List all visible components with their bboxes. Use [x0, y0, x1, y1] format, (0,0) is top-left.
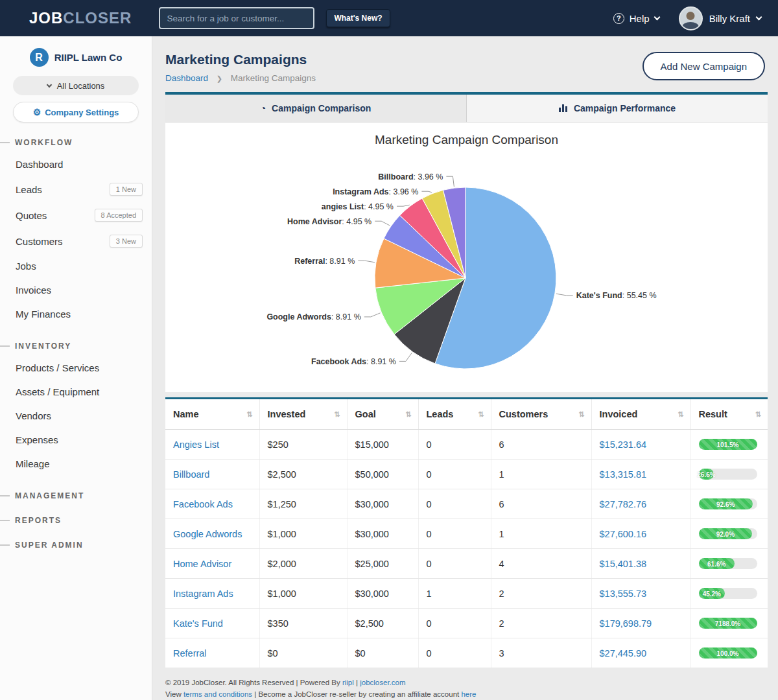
sidebar-section-label: SUPER ADMIN: [15, 541, 84, 550]
cell-result: 101.5%: [690, 430, 768, 460]
campaign-link[interactable]: Instagram Ads: [173, 589, 233, 599]
avatar[interactable]: [679, 6, 703, 30]
page-header: Marketing Campaigns Dashboard ❯ Marketin…: [152, 36, 778, 92]
cell-name: Kate's Fund: [165, 609, 259, 638]
tab-campaign-comparison[interactable]: ◔ Campaign Comparison: [165, 95, 466, 122]
cell-customers: 1: [491, 519, 591, 549]
sidebar-item-customers[interactable]: Customers3 New: [0, 228, 152, 254]
footer-line1: © 2019 JobCloser. All Rights Reserved | …: [165, 677, 768, 689]
campaign-link[interactable]: Kate's Fund: [173, 618, 223, 629]
campaign-link[interactable]: Google Adwords: [173, 529, 242, 539]
sidebar-item-leads[interactable]: Leads1 New: [0, 176, 152, 202]
campaign-link[interactable]: Billboard: [173, 469, 209, 480]
column-header-invoiced[interactable]: Invoiced⇅: [591, 399, 690, 430]
result-percentage: 92.6%: [716, 500, 735, 508]
invoiced-link[interactable]: $13,315.81: [600, 469, 647, 480]
company-settings-button[interactable]: ⚙ Company Settings: [13, 102, 139, 122]
invoiced-link[interactable]: $27,782.76: [600, 499, 647, 509]
tab-campaign-performance[interactable]: Campaign Performance: [466, 95, 768, 122]
company-header[interactable]: R RIIPL Lawn Co: [0, 48, 152, 67]
cell-invested: $2,000: [259, 549, 347, 579]
content-area: ◔ Campaign Comparison Campaign Performan…: [152, 92, 778, 700]
result-progress-fill: 61.6%: [699, 558, 735, 569]
cell-goal: $2,500: [347, 609, 418, 638]
invoiced-link[interactable]: $27,600.16: [600, 529, 647, 539]
column-header-leads[interactable]: Leads⇅: [418, 399, 491, 430]
sort-icon[interactable]: ⇅: [478, 410, 484, 419]
pie-label-connector: [397, 205, 410, 206]
campaign-link[interactable]: Referral: [173, 648, 207, 659]
sort-icon[interactable]: ⇅: [405, 410, 411, 419]
add-new-campaign-button[interactable]: Add New Campaign: [642, 52, 765, 80]
sidebar-item-label: Jobs: [16, 261, 36, 272]
invoiced-link[interactable]: $15,401.38: [600, 559, 647, 569]
sidebar-item-dashboard[interactable]: Dashboard: [0, 152, 152, 176]
result-progress-fill: 92.6%: [699, 498, 753, 509]
sort-icon[interactable]: ⇅: [334, 410, 340, 419]
result-progress-fill: 100.0%: [699, 648, 757, 659]
cell-invoiced: $13,315.81: [591, 460, 690, 489]
cell-customers: 1: [491, 460, 591, 489]
column-header-invested[interactable]: Invested⇅: [259, 399, 347, 430]
invoiced-link[interactable]: $13,555.73: [600, 589, 647, 599]
invoiced-link[interactable]: $27,445.90: [600, 648, 647, 659]
whats-new-button[interactable]: What's New?: [326, 9, 390, 27]
sidebar-item-assets-equipment[interactable]: Assets / Equipment: [0, 380, 152, 404]
result-percentage: 7188.0%: [715, 620, 740, 627]
sidebar-item-my-finances[interactable]: My Finances: [0, 302, 152, 326]
column-header-name[interactable]: Name⇅: [165, 399, 259, 430]
cell-result: 7188.0%: [690, 609, 768, 638]
locations-label: All Locations: [57, 81, 105, 91]
sort-icon[interactable]: ⇅: [246, 410, 252, 419]
sidebar-item-expenses[interactable]: Expenses: [0, 428, 152, 452]
column-header-goal[interactable]: Goal⇅: [347, 399, 418, 430]
column-header-result[interactable]: Result⇅: [690, 399, 768, 430]
search-input[interactable]: [159, 7, 314, 29]
sidebar-item-mileage[interactable]: Mileage: [0, 452, 152, 476]
result-progress-fill: 92.0%: [699, 528, 753, 539]
result-progress-track: 92.0%: [699, 528, 757, 539]
cell-invoiced: $13,555.73: [591, 579, 690, 609]
app-logo[interactable]: JOBCLOSER: [29, 9, 132, 27]
cell-invoiced: $179,698.79: [591, 609, 690, 638]
company-settings-label: Company Settings: [45, 108, 119, 117]
terms-link[interactable]: terms and conditions: [183, 690, 252, 698]
campaign-link[interactable]: Angies List: [173, 439, 219, 450]
campaign-link[interactable]: Home Advisor: [173, 559, 231, 569]
invoiced-link[interactable]: $15,231.64: [600, 439, 647, 450]
cell-result: 92.0%: [690, 519, 768, 549]
sidebar-item-label: Quotes: [16, 210, 47, 221]
table-row-google-adwords: Google Adwords$1,000$30,00001$27,600.169…: [165, 519, 768, 549]
locations-dropdown[interactable]: All Locations: [13, 76, 139, 95]
campaign-link[interactable]: Facebook Ads: [173, 499, 233, 509]
jobcloser-link[interactable]: jobcloser.com: [360, 679, 405, 686]
sidebar-section-label: WORKFLOW: [15, 138, 73, 147]
sort-icon[interactable]: ⇅: [578, 410, 584, 419]
navbar-right: ? Help Billy Kraft: [613, 6, 761, 30]
affiliate-link[interactable]: here: [461, 690, 476, 698]
invoiced-link[interactable]: $179,698.79: [600, 618, 652, 629]
chevron-down-icon: [756, 14, 762, 20]
sidebar-item-badge: 8 Accepted: [95, 209, 143, 222]
cell-result: 45.2%: [690, 579, 768, 609]
riipl-link[interactable]: riipl: [342, 679, 354, 686]
sort-icon[interactable]: ⇅: [678, 410, 683, 419]
breadcrumb-dashboard-link[interactable]: Dashboard: [165, 73, 208, 83]
cell-invested: $0: [259, 638, 347, 668]
cell-invested: $1,250: [259, 489, 347, 519]
user-menu[interactable]: Billy Kraft: [709, 13, 761, 24]
cell-result: 100.0%: [690, 638, 768, 668]
sidebar-item-products-services[interactable]: Products / Services: [0, 356, 152, 380]
sidebar-item-jobs[interactable]: Jobs: [0, 254, 152, 278]
table-row-kate-s-fund: Kate's Fund$350$2,50002$179,698.797188.0…: [165, 609, 768, 638]
sidebar-item-quotes[interactable]: Quotes8 Accepted: [0, 202, 152, 228]
help-label: Help: [630, 13, 650, 24]
sidebar-item-vendors[interactable]: Vendors: [0, 404, 152, 428]
sidebar-item-invoices[interactable]: Invoices: [0, 278, 152, 302]
help-menu[interactable]: ? Help: [613, 13, 659, 24]
column-header-customers[interactable]: Customers⇅: [491, 399, 591, 430]
result-progress-fill: 45.2%: [699, 588, 725, 599]
cell-name: Facebook Ads: [165, 489, 259, 519]
sort-icon[interactable]: ⇅: [755, 410, 761, 419]
cell-name: Home Advisor: [165, 549, 259, 579]
